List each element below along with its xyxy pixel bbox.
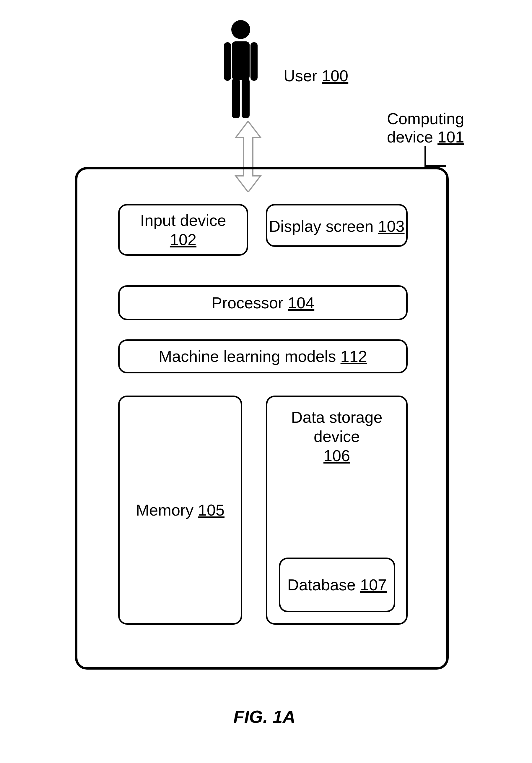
memory-label: Memory — [136, 501, 194, 519]
svg-rect-3 — [250, 42, 258, 81]
display-screen-box: Display screen 103 — [266, 204, 408, 247]
processor-ref: 104 — [288, 294, 314, 312]
user-ref: 100 — [322, 67, 348, 84]
memory-ref: 105 — [198, 501, 224, 519]
device-ref: 101 — [437, 128, 464, 146]
user-person-icon — [222, 19, 260, 120]
database-box: Database 107 — [279, 558, 395, 612]
svg-rect-4 — [232, 78, 240, 118]
memory-box: Memory 105 — [118, 395, 242, 625]
svg-point-0 — [231, 20, 250, 39]
input-device-ref: 102 — [170, 230, 197, 249]
ml-models-label: Machine learning models — [159, 347, 336, 365]
figure-caption: FIG. 1A — [233, 707, 296, 727]
user-label: User 100 — [284, 66, 348, 85]
ml-models-box: Machine learning models 112 — [118, 339, 408, 374]
storage-device-ref: 106 — [323, 446, 350, 465]
ml-models-ref: 112 — [341, 347, 367, 365]
svg-rect-1 — [232, 42, 250, 80]
database-ref: 107 — [360, 576, 387, 594]
device-label-line2: device — [387, 128, 437, 146]
svg-rect-2 — [224, 42, 231, 81]
svg-rect-5 — [242, 78, 250, 118]
device-label-line1: Computing — [387, 110, 464, 127]
display-screen-label: Display screen — [269, 217, 373, 235]
computing-device-label: Computing device 101 — [387, 109, 464, 146]
input-device-label: Input device — [140, 211, 226, 230]
database-label: Database — [287, 576, 356, 594]
processor-box: Processor 104 — [118, 285, 408, 320]
input-device-box: Input device 102 — [118, 204, 248, 256]
processor-label: Processor — [212, 294, 283, 312]
storage-device-label: Data storage device — [267, 408, 406, 446]
display-screen-ref: 103 — [378, 217, 405, 235]
